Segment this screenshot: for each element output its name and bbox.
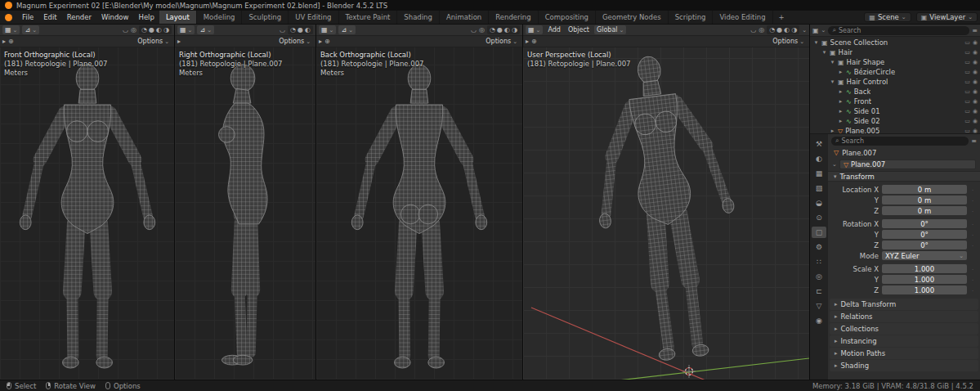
material-shading-icon[interactable]: ◐ [305,26,311,34]
tab-view-layer[interactable]: ▧ [812,182,826,194]
hide-viewport-icon[interactable]: ▭ [964,88,970,95]
workspace-tab-layout[interactable]: Layout [159,11,197,24]
transform-orientation-selector[interactable]: Global⌄ [594,25,626,34]
animate-dot-icon[interactable]: · [970,243,975,248]
hide-viewport-icon[interactable]: ▭ [964,118,970,124]
view-layer-selector[interactable]: ▣ ViewLayer ⌄ [916,12,978,22]
scale-z-field[interactable]: 1.000 [882,285,967,294]
select-tool-icon[interactable]: ▸ [319,38,322,45]
section-relations[interactable]: ▸ Relations [830,311,978,322]
tab-render[interactable]: ◐ [812,153,826,164]
outliner-row-hair-shape[interactable]: ▾ ▣ Hair Shape ▭◉ [810,57,980,67]
scale-x-field[interactable]: 1.000 [882,264,967,273]
select-tool-icon[interactable]: ▸ [177,38,181,45]
hide-viewport-icon[interactable]: ▭ [964,69,970,75]
workspace-tab-texture-paint[interactable]: Texture Paint [339,11,398,24]
gizmo-icon[interactable]: ⊕ [531,38,537,45]
animate-dot-icon[interactable]: · [970,222,975,227]
wireframe-shading-icon[interactable]: ◔ [490,26,495,34]
location-z-field[interactable]: 0 m [882,206,967,215]
rendered-shading-icon[interactable]: ◑ [512,26,517,34]
menu-window[interactable]: Window [96,11,134,24]
disable-render-icon[interactable]: ◉ [973,79,978,85]
disable-render-icon[interactable]: ◉ [973,39,978,46]
proportional-edit-icon[interactable]: ◎ [131,26,136,34]
snap-magnet-icon[interactable]: ◡ [471,26,477,34]
disclosure-arrow[interactable]: ▾ [830,79,835,85]
snap-magnet-icon[interactable]: ◡ [750,26,756,34]
disclosure-arrow[interactable]: ▾ [813,39,819,46]
workspace-tab-uv-editing[interactable]: UV Editing [289,11,338,24]
hide-viewport-icon[interactable]: ▭ [964,98,970,105]
outliner-row-back[interactable]: ▸ ∿ Back ▭◉ [810,87,980,97]
rotation-mode-dropdown[interactable]: XYZ Euler ⌄ [882,251,967,260]
filter-icon[interactable]: ≡ [971,137,977,145]
transform-panel-header[interactable]: ▾ Transform [828,171,980,182]
solid-shading-icon[interactable]: ● [149,26,154,34]
viewport-canvas-front[interactable]: Front Orthographic (Local) (181) Retopol… [0,47,174,380]
snap-magnet-icon[interactable]: ◡ [123,26,128,34]
scene-selector[interactable]: ▦ Scene ⌄ [864,12,911,22]
outliner-row-scene-collection[interactable]: ▾ ▣ Scene Collection ▭◉ [810,38,980,47]
workspace-tab-geometry-nodes[interactable]: Geometry Nodes [596,11,669,24]
workspace-tab-shading[interactable]: Shading [397,11,440,24]
rotation-x-field[interactable]: 0° [882,219,967,228]
tab-physics[interactable]: ◎ [812,271,826,282]
outliner-row-side-02[interactable]: ▸ ∿ Side 02 ▭◉ [810,116,980,126]
scale-y-field[interactable]: 1.000 [882,275,967,284]
section-shading[interactable]: ▸ Shading [830,360,978,371]
hide-viewport-icon[interactable]: ▭ [964,79,970,85]
rotation-z-field[interactable]: 0° [882,240,967,249]
hide-viewport-icon[interactable]: ▭ [964,49,970,56]
disclosure-arrow[interactable]: ▸ [838,118,844,124]
menu-add[interactable]: Add [545,26,563,34]
material-shading-icon[interactable]: ◐ [784,26,790,34]
hide-viewport-icon[interactable]: ▭ [964,128,970,133]
disclosure-arrow[interactable]: ▾ [830,59,835,65]
mode-selector[interactable]: ⊿⌄ [338,25,356,34]
wireframe-shading-icon[interactable]: ◔ [141,26,147,34]
disclosure-arrow[interactable]: ▸ [838,98,844,105]
disable-render-icon[interactable]: ◉ [973,118,978,124]
solid-shading-icon[interactable]: ● [298,26,303,34]
section-delta-transform[interactable]: ▸ Delta Transform [830,299,978,310]
rendered-shading-icon[interactable]: ◑ [791,26,797,34]
animate-dot-icon[interactable]: · [970,198,975,203]
proportional-edit-icon[interactable]: ◎ [479,26,485,34]
proportional-edit-icon[interactable]: ◎ [758,26,764,34]
location-y-field[interactable]: 0 m [882,196,967,204]
viewport-options-button[interactable]: Options⌄ [770,38,807,45]
disable-render-icon[interactable]: ◉ [973,128,978,133]
solid-shading-icon[interactable]: ● [497,26,503,34]
tab-scene[interactable]: ◒ [812,197,826,209]
outliner-row-hair-control[interactable]: ▾ ▣ Hair Control ▭◉ [810,77,980,87]
menu-file[interactable]: File [17,11,38,24]
properties-search-input[interactable]: ⌕ Search [831,137,969,146]
viewport-canvas-right[interactable]: Right Orthographic (Local) (181) Retopol… [175,47,315,380]
animate-dot-icon[interactable]: · [970,232,975,237]
material-shading-icon[interactable]: ◐ [504,26,510,34]
tab-tool[interactable]: ⚒ [812,138,826,150]
wireframe-shading-icon[interactable]: ◔ [290,26,296,34]
section-motion-paths[interactable]: ▸ Motion Paths [830,348,978,359]
location-x-field[interactable]: 0 m [882,185,967,194]
hide-viewport-icon[interactable]: ▭ [964,39,970,46]
outliner-search-input[interactable]: ⌕ Search [828,26,969,35]
workspace-tab-modeling[interactable]: Modeling [197,11,243,24]
disclosure-arrow[interactable]: ▸ [838,108,844,115]
editor-type-button[interactable]: ▦⌄ [2,25,20,34]
outliner-row-plane-005[interactable]: ▸ ▽ Plane.005 ▭◉ [810,126,980,133]
select-tool-icon[interactable]: ▸ [526,38,529,45]
animate-dot-icon[interactable]: · [970,209,975,213]
menu-render[interactable]: Render [62,11,96,24]
wireframe-shading-icon[interactable]: ◔ [769,26,775,34]
expander-icon[interactable]: ⌄ [832,161,837,168]
hide-viewport-icon[interactable]: ▭ [964,59,970,65]
disable-render-icon[interactable]: ◉ [973,108,978,115]
hide-viewport-icon[interactable]: ▭ [964,108,970,115]
gizmo-icon[interactable]: ⊕ [324,38,330,45]
menu-object[interactable]: Object [566,26,592,34]
disclosure-arrow[interactable]: ▸ [838,69,844,75]
viewport-canvas-back[interactable]: Back Orthographic (Local) (181) Retopolo… [316,47,522,380]
mode-selector[interactable]: ⊿⌄ [197,25,214,34]
